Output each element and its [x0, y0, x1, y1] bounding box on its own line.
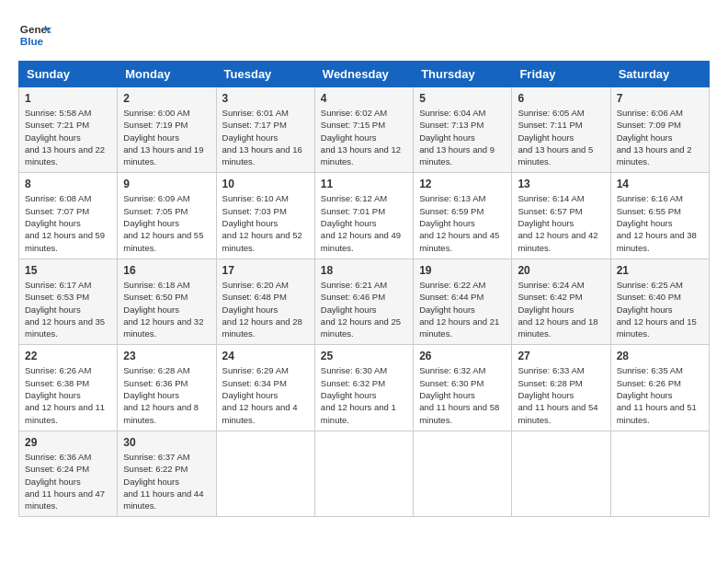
day-number: 13 [518, 178, 604, 190]
day-info: Sunrise: 6:26 AM Sunset: 6:38 PM Dayligh… [25, 364, 111, 425]
day-info: Sunrise: 6:05 AM Sunset: 7:11 PM Dayligh… [518, 107, 604, 167]
weekday-header: Sunday [19, 62, 118, 87]
day-number: 19 [419, 264, 506, 277]
calendar-cell: 18 Sunrise: 6:21 AM Sunset: 6:46 PM Dayl… [314, 259, 413, 344]
calendar-cell: 1 Sunrise: 5:58 AM Sunset: 7:21 PM Dayli… [19, 87, 118, 173]
calendar-cell: 24 Sunrise: 6:29 AM Sunset: 6:34 PM Dayl… [216, 345, 314, 431]
calendar-cell: 22 Sunrise: 6:26 AM Sunset: 6:38 PM Dayl… [19, 345, 118, 431]
calendar-cell [216, 431, 314, 516]
calendar-cell: 5 Sunrise: 6:04 AM Sunset: 7:13 PM Dayli… [414, 87, 512, 173]
weekday-header: Tuesday [216, 62, 314, 87]
day-info: Sunrise: 6:02 AM Sunset: 7:15 PM Dayligh… [321, 107, 407, 167]
day-info: Sunrise: 6:08 AM Sunset: 7:07 PM Dayligh… [25, 192, 111, 253]
calendar-cell: 14 Sunrise: 6:16 AM Sunset: 6:55 PM Dayl… [610, 173, 709, 259]
day-number: 6 [518, 92, 604, 105]
day-number: 4 [321, 92, 407, 105]
day-number: 12 [419, 178, 506, 190]
calendar-cell [314, 431, 413, 516]
day-info: Sunrise: 6:24 AM Sunset: 6:42 PM Dayligh… [518, 279, 604, 339]
calendar-cell: 23 Sunrise: 6:28 AM Sunset: 6:36 PM Dayl… [118, 345, 216, 431]
weekday-header: Friday [512, 62, 610, 87]
calendar-cell [512, 431, 610, 516]
day-number: 29 [25, 436, 111, 449]
page-header: General Blue [18, 18, 710, 52]
calendar-cell [414, 431, 512, 516]
calendar-cell: 19 Sunrise: 6:22 AM Sunset: 6:44 PM Dayl… [414, 259, 512, 344]
calendar-cell: 2 Sunrise: 6:00 AM Sunset: 7:19 PM Dayli… [118, 87, 216, 173]
day-info: Sunrise: 6:37 AM Sunset: 6:22 PM Dayligh… [123, 451, 210, 511]
day-info: Sunrise: 6:01 AM Sunset: 7:17 PM Dayligh… [222, 107, 309, 167]
day-number: 24 [222, 350, 309, 362]
day-number: 10 [222, 178, 309, 190]
day-info: Sunrise: 5:58 AM Sunset: 7:21 PM Dayligh… [25, 107, 111, 167]
day-info: Sunrise: 6:33 AM Sunset: 6:28 PM Dayligh… [518, 364, 604, 425]
calendar-cell: 26 Sunrise: 6:32 AM Sunset: 6:30 PM Dayl… [414, 345, 512, 431]
calendar-table: SundayMondayTuesdayWednesdayThursdayFrid… [18, 61, 710, 517]
day-info: Sunrise: 6:12 AM Sunset: 7:01 PM Dayligh… [321, 192, 407, 253]
day-number: 27 [518, 350, 604, 362]
day-number: 8 [25, 178, 111, 190]
weekday-header: Wednesday [314, 62, 413, 87]
day-number: 22 [25, 350, 111, 362]
day-info: Sunrise: 6:16 AM Sunset: 6:55 PM Dayligh… [617, 192, 703, 253]
day-number: 2 [123, 92, 210, 105]
day-info: Sunrise: 6:21 AM Sunset: 6:46 PM Dayligh… [321, 279, 407, 339]
day-number: 20 [518, 264, 604, 277]
calendar-cell: 16 Sunrise: 6:18 AM Sunset: 6:50 PM Dayl… [118, 259, 216, 344]
weekday-header: Thursday [414, 62, 512, 87]
calendar-cell: 11 Sunrise: 6:12 AM Sunset: 7:01 PM Dayl… [314, 173, 413, 259]
day-number: 16 [123, 264, 210, 277]
day-info: Sunrise: 6:06 AM Sunset: 7:09 PM Dayligh… [617, 107, 703, 167]
day-number: 17 [222, 264, 309, 277]
day-number: 15 [25, 264, 111, 277]
day-info: Sunrise: 6:14 AM Sunset: 6:57 PM Dayligh… [518, 192, 604, 253]
day-info: Sunrise: 6:09 AM Sunset: 7:05 PM Dayligh… [123, 192, 210, 253]
day-number: 23 [123, 350, 210, 362]
calendar-cell: 7 Sunrise: 6:06 AM Sunset: 7:09 PM Dayli… [610, 87, 709, 173]
day-info: Sunrise: 6:29 AM Sunset: 6:34 PM Dayligh… [222, 364, 309, 425]
day-info: Sunrise: 6:10 AM Sunset: 7:03 PM Dayligh… [222, 192, 309, 253]
day-info: Sunrise: 6:28 AM Sunset: 6:36 PM Dayligh… [123, 364, 210, 425]
day-info: Sunrise: 6:20 AM Sunset: 6:48 PM Dayligh… [222, 279, 309, 339]
day-number: 1 [25, 92, 111, 105]
day-info: Sunrise: 6:32 AM Sunset: 6:30 PM Dayligh… [419, 364, 506, 425]
weekday-header: Monday [118, 62, 216, 87]
day-info: Sunrise: 6:36 AM Sunset: 6:24 PM Dayligh… [25, 451, 111, 511]
day-number: 11 [321, 178, 407, 190]
day-info: Sunrise: 6:13 AM Sunset: 6:59 PM Dayligh… [419, 192, 506, 253]
day-info: Sunrise: 6:22 AM Sunset: 6:44 PM Dayligh… [419, 279, 506, 339]
day-info: Sunrise: 6:35 AM Sunset: 6:26 PM Dayligh… [617, 364, 703, 425]
calendar-cell: 28 Sunrise: 6:35 AM Sunset: 6:26 PM Dayl… [610, 345, 709, 431]
svg-text:Blue: Blue [20, 35, 44, 47]
day-number: 30 [123, 436, 210, 449]
day-number: 3 [222, 92, 309, 105]
day-number: 25 [321, 350, 407, 362]
calendar-cell: 3 Sunrise: 6:01 AM Sunset: 7:17 PM Dayli… [216, 87, 314, 173]
day-number: 26 [419, 350, 506, 362]
calendar-cell: 20 Sunrise: 6:24 AM Sunset: 6:42 PM Dayl… [512, 259, 610, 344]
calendar-cell [610, 431, 709, 516]
day-info: Sunrise: 6:17 AM Sunset: 6:53 PM Dayligh… [25, 279, 111, 339]
day-number: 9 [123, 178, 210, 190]
calendar-cell: 21 Sunrise: 6:25 AM Sunset: 6:40 PM Dayl… [610, 259, 709, 344]
calendar-cell: 25 Sunrise: 6:30 AM Sunset: 6:32 PM Dayl… [314, 345, 413, 431]
calendar-cell: 29 Sunrise: 6:36 AM Sunset: 6:24 PM Dayl… [19, 431, 118, 516]
logo: General Blue [18, 18, 55, 52]
calendar-cell: 13 Sunrise: 6:14 AM Sunset: 6:57 PM Dayl… [512, 173, 610, 259]
weekday-header: Saturday [610, 62, 709, 87]
day-number: 14 [617, 178, 703, 190]
day-info: Sunrise: 6:00 AM Sunset: 7:19 PM Dayligh… [123, 107, 210, 167]
calendar-cell: 9 Sunrise: 6:09 AM Sunset: 7:05 PM Dayli… [118, 173, 216, 259]
calendar-cell: 8 Sunrise: 6:08 AM Sunset: 7:07 PM Dayli… [19, 173, 118, 259]
calendar-cell: 4 Sunrise: 6:02 AM Sunset: 7:15 PM Dayli… [314, 87, 413, 173]
day-info: Sunrise: 6:30 AM Sunset: 6:32 PM Dayligh… [321, 364, 407, 425]
logo-icon: General Blue [18, 18, 51, 52]
calendar-cell: 6 Sunrise: 6:05 AM Sunset: 7:11 PM Dayli… [512, 87, 610, 173]
day-info: Sunrise: 6:04 AM Sunset: 7:13 PM Dayligh… [419, 107, 506, 167]
day-number: 28 [617, 350, 703, 362]
calendar-cell: 17 Sunrise: 6:20 AM Sunset: 6:48 PM Dayl… [216, 259, 314, 344]
calendar-cell: 27 Sunrise: 6:33 AM Sunset: 6:28 PM Dayl… [512, 345, 610, 431]
day-info: Sunrise: 6:25 AM Sunset: 6:40 PM Dayligh… [617, 279, 703, 339]
day-number: 7 [617, 92, 703, 105]
calendar-cell: 12 Sunrise: 6:13 AM Sunset: 6:59 PM Dayl… [414, 173, 512, 259]
